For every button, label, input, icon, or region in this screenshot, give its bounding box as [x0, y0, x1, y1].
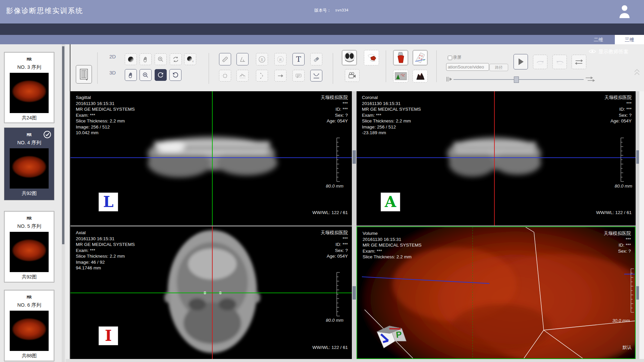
zoom-button-3d[interactable] [140, 69, 152, 81]
video-source-input[interactable] [446, 63, 489, 71]
record-screen-checkbox[interactable] [448, 56, 452, 60]
wwwl-label: WW/WL: 122 / 61 [596, 210, 632, 215]
viewport-info-right: 天堰模拟医院 *** ID: *** Sex: ? Age: 054Y [321, 230, 348, 259]
tab-2d[interactable]: 二维 [583, 35, 613, 44]
slider-end-icon [585, 76, 595, 84]
arrow-tool-button[interactable] [274, 70, 286, 82]
slice-scrollbar-right[interactable] [636, 91, 639, 359]
series-name: NO. 4 序列 [4, 140, 54, 146]
wwwl-label: WW/WL: 122 / 61 [312, 345, 348, 350]
orientation-letter-A: A [381, 193, 400, 211]
histogram-tool-button[interactable] [236, 70, 249, 82]
svg-text:c: c [192, 60, 194, 63]
orientation-cube[interactable]: P [374, 322, 409, 353]
curve-measure-tool-button[interactable] [310, 70, 322, 82]
text-tool-button[interactable]: T [292, 53, 305, 65]
mode-3d-label: 3D [109, 70, 116, 75]
jaw-3d-preset-button[interactable] [364, 50, 379, 65]
crosshair-horizontal-blue[interactable] [70, 157, 352, 158]
slice-scrollbar-right-thumb-bottom[interactable] [636, 286, 639, 300]
slider-start-icon [446, 76, 453, 84]
mpr-3d-preset-button[interactable] [413, 50, 428, 65]
slice-scrollbar-right-thumb-top[interactable] [636, 150, 639, 164]
series-count: 共24图 [4, 115, 54, 124]
roi-primary-button[interactable]: 主 [256, 53, 268, 65]
crosshair-vertical-green[interactable] [212, 91, 213, 225]
text-tool-glyph: T [296, 55, 301, 63]
cardiac-3d-preset-button[interactable] [413, 70, 428, 83]
series-name: NO. 6 序列 [4, 302, 54, 308]
series-card-5[interactable]: MR NO. 5 序列 共92图 [4, 211, 54, 282]
viewport-axial[interactable]: Axial 20161130 16:15:31 MR GE MEDICAL SY… [70, 226, 352, 359]
ruler-tool-button[interactable] [219, 53, 231, 65]
series-modality: MR [4, 57, 54, 62]
video-path-button[interactable]: 路径 [489, 64, 508, 71]
wwwl-label: WW/WL: 122 / 61 [312, 210, 348, 215]
frame-slider-handle[interactable] [514, 76, 519, 83]
lung-ct-preset-button[interactable] [342, 50, 357, 65]
roi-primary-glyph: 主 [261, 58, 264, 61]
toolbar: 2D c 3D [70, 44, 644, 91]
render-preset-label: 默认 [623, 345, 632, 351]
contrast-button-2d[interactable] [125, 53, 137, 65]
zoom-button-2d[interactable] [155, 53, 167, 65]
roi-secondary-button[interactable]: 次 [274, 53, 286, 65]
series-count: 共92图 [4, 190, 54, 200]
curve-tool-button[interactable] [256, 70, 268, 82]
orientation-letter-L: L [99, 193, 118, 211]
viewport-coronal[interactable]: Coronal 20161130 16:15:31 MR GE MEDICAL … [357, 91, 636, 225]
layout-button[interactable] [76, 65, 92, 84]
viewport-volume[interactable]: Volume 20161130 16:15:31 MR GE MEDICAL S… [357, 226, 636, 359]
scale-ruler [335, 272, 341, 316]
scale-label: 80.0 mm [326, 184, 343, 189]
header-bar: 影像诊断思维实训系统 版本号： svn334 [0, 0, 644, 23]
swap-direction-button[interactable] [572, 55, 586, 69]
annotation-tool-button[interactable] [292, 70, 305, 82]
scale-ruler [335, 138, 341, 182]
sidebar-scrollbar-thumb[interactable] [62, 46, 64, 244]
cube-face-P: P [395, 329, 402, 340]
viewport-sagittal[interactable]: Sagittal 20161130 16:15:31 MR GE MEDICAL… [70, 91, 352, 225]
pan-button-2d[interactable] [140, 53, 152, 65]
eraser-tool-button[interactable] [310, 53, 322, 65]
series-card-6[interactable]: MR NO. 6 序列 共88图 [4, 290, 54, 361]
capture-video-button[interactable] [345, 69, 360, 82]
pan-button-3d[interactable] [125, 69, 137, 81]
toolbar-collapse-icon[interactable] [633, 68, 641, 77]
slice-scrollbar-thumb-top[interactable] [353, 150, 356, 164]
loop-rotate-right-button[interactable] [533, 55, 547, 69]
loop-rotate-left-button[interactable] [552, 55, 567, 69]
user-avatar-icon[interactable] [618, 3, 631, 21]
angle-tool-button[interactable] [236, 53, 249, 65]
mode-2d-label: 2D [109, 54, 116, 59]
crosshair-vertical-red[interactable] [494, 91, 495, 225]
slice-scrollbar-thumb-bottom[interactable] [353, 286, 356, 300]
series-count: 共88图 [4, 353, 54, 362]
viewport-info-right: 天堰模拟医院 *** ID: *** Sex: ? Age: 054Y [604, 95, 632, 124]
series-card-3[interactable]: MR NO. 3 序列 共24图 [4, 52, 54, 123]
viewport-info-right: 天堰模拟医院 *** ID: *** Sex: ? Age: 054Y [321, 95, 348, 124]
application-window: 影像诊断思维实训系统 版本号： svn334 <返回 显示教师答案 二维 三维 [0, 0, 644, 362]
crosshair-horizontal-blue[interactable] [357, 157, 636, 158]
invert-contrast-button-2d[interactable]: c [184, 53, 196, 65]
series-count: 共92图 [4, 274, 54, 283]
tab-3d[interactable]: 三维 [615, 35, 644, 44]
crosshair-horizontal-green[interactable] [70, 293, 352, 293]
knee-3d-preset-button[interactable] [393, 50, 408, 65]
series-modality: MR [4, 216, 54, 221]
slice-scrollbar-middle[interactable] [352, 91, 357, 359]
viewport-grid: Sagittal 20161130 16:15:31 MR GE MEDICAL… [70, 91, 644, 359]
roi-box-tool-button[interactable] [219, 70, 231, 82]
reset-rotate-button-3d[interactable] [169, 69, 181, 81]
play-button[interactable] [514, 54, 528, 69]
check-circle-icon [43, 131, 51, 140]
series-thumbnail [10, 232, 49, 272]
series-thumbnail [10, 311, 49, 351]
scale-label: 30.0 mm [612, 318, 630, 323]
scale-label: 80.0 mm [326, 318, 343, 323]
nav-bar: <返回 显示教师答案 [0, 23, 644, 35]
rotate-button-3d-active[interactable] [155, 69, 167, 81]
series-card-4-selected[interactable]: MR NO. 4 序列 共92图 [4, 127, 54, 200]
rotate-button-2d[interactable] [170, 53, 182, 65]
histogram-preset-button[interactable] [393, 70, 408, 83]
